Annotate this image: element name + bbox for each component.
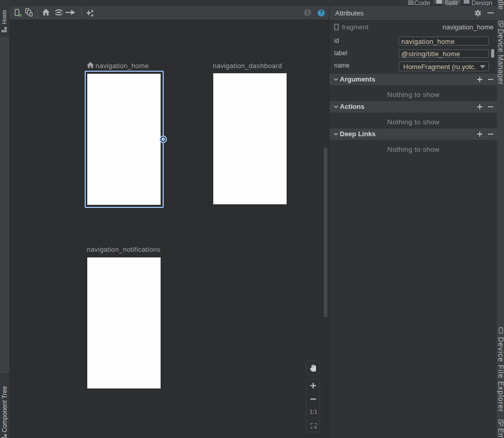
- svg-text:?: ?: [320, 10, 323, 15]
